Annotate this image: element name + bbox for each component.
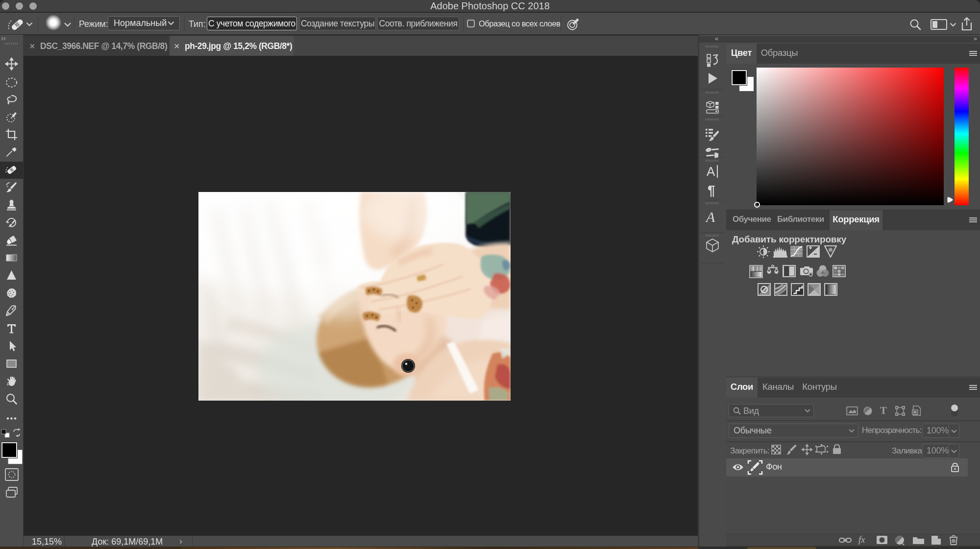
svg-text:T: T [880, 405, 887, 416]
svg-text:A: A [705, 209, 715, 225]
svg-text:¶: ¶ [708, 183, 715, 198]
svg-text:A: A [707, 164, 715, 179]
